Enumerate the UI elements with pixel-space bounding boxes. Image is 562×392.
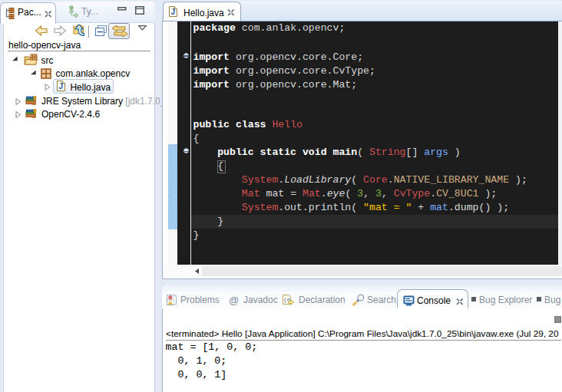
svg-text:J: J (58, 82, 63, 91)
svg-text:J: J (170, 8, 175, 16)
